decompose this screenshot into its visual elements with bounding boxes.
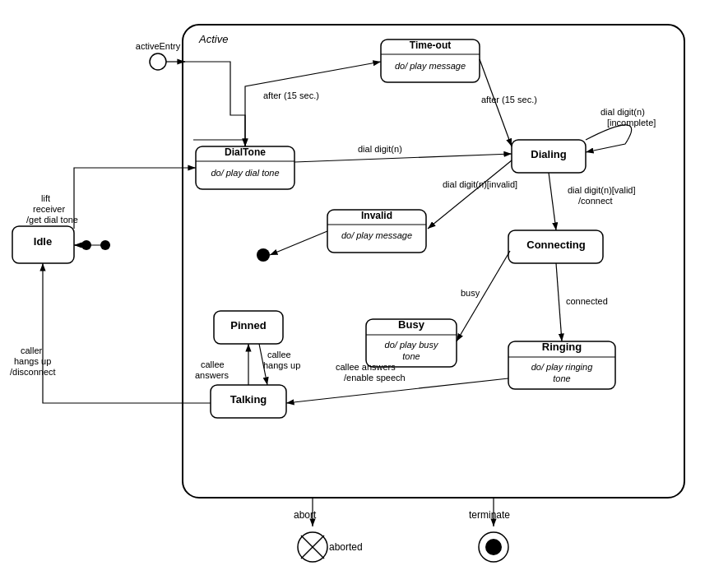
active-entry-circle [150, 53, 166, 70]
aborted-label: aborted [329, 541, 363, 553]
dialing-state-label: Dialing [531, 148, 566, 160]
invalid-state-sublabel: do/ play message [341, 230, 412, 240]
ringing-state-sublabel: do/ play ringing [531, 362, 593, 372]
talking-to-idle-label2: hangs up [14, 356, 51, 366]
abort-label: abort [294, 509, 317, 521]
terminate-label: terminate [469, 509, 510, 521]
ringing-state-sublabel2: tone [553, 373, 570, 383]
ringing-to-talking-label: callee answers [336, 362, 396, 372]
connecting-state-label: Connecting [526, 239, 586, 251]
lift-receiver-label: lift [41, 193, 50, 203]
dialtone-to-timeout-label: after (15 sec.) [263, 90, 319, 100]
lift-receiver-label3: /get dial tone [26, 215, 78, 225]
dialtone-state-label: DialTone [225, 146, 266, 158]
idle-state-label: Idle [34, 235, 52, 248]
terminate-inner-dot [485, 539, 502, 555]
invalid-history-dot [257, 248, 270, 262]
connecting-to-busy-label: busy [461, 288, 480, 298]
connecting-to-ringing-label: connected [566, 296, 608, 306]
talking-to-pinned-label: callee [201, 359, 225, 369]
pinned-to-talking-label2: hangs up [263, 360, 300, 370]
busy-state-sublabel2: tone [402, 351, 420, 361]
dialing-self-label2: [incomplete] [607, 118, 656, 128]
timeout-to-dialing-label: after (15 sec.) [481, 95, 537, 104]
dialing-to-connecting-label2: /connect [578, 196, 613, 206]
dialing-to-connecting-label: dial digit(n)[valid] [568, 185, 636, 195]
talking-state-label: Talking [230, 393, 267, 406]
ringing-to-talking-label2: /enable speech [344, 373, 406, 383]
dialing-to-invalid-label: dial digit(n)[invalid] [443, 179, 517, 189]
timeout-state-label: Time-out [410, 39, 451, 51]
timeout-state-sublabel: do/ play message [395, 61, 466, 71]
lift-receiver-arrow [74, 168, 196, 229]
dialing-self-label: dial digit(n) [600, 107, 645, 117]
talking-to-idle-label: caller [21, 345, 43, 355]
ringing-state-label: Ringing [542, 341, 582, 353]
talking-to-pinned-label2: answers [195, 370, 229, 380]
pinned-to-talking-label: callee [267, 350, 291, 359]
busy-state-label: Busy [398, 318, 425, 331]
lift-receiver-label2: receiver [33, 204, 65, 214]
dialtone-to-dialing-label: dial digit(n) [358, 144, 402, 154]
active-entry-label: activeEntry [136, 41, 181, 51]
active-label: Active [198, 33, 228, 45]
active-region [183, 25, 684, 498]
dialtone-state-sublabel: do/ play dial tone [211, 168, 279, 178]
talking-to-idle-label3: /disconnect [10, 367, 56, 377]
busy-state-sublabel: do/ play busy [385, 340, 439, 350]
pinned-state-label: Pinned [230, 319, 266, 332]
invalid-state-label: Invalid [361, 210, 392, 221]
diagram-container: Active Idle DialTone do/ play dial tone … [0, 0, 728, 575]
